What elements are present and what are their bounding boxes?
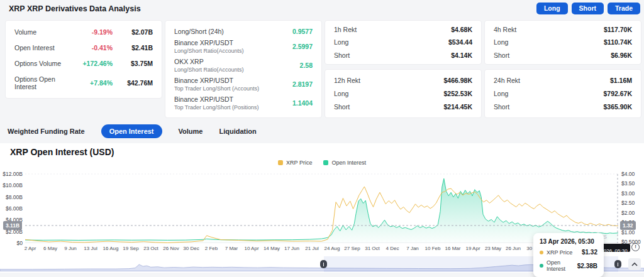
rekt-1h-card: 1h Rekt$4.68K Long$534.44 Short$4.14K (325, 20, 482, 65)
ratio-sublabel: Top Trader Long/Short (Accounts) (174, 85, 292, 92)
tooltip-row-open-interest: Open Interest $2.38B (540, 259, 597, 272)
tooltip-date: 13 Apr 2026, 05:30 (540, 238, 597, 245)
x-axis-tick: 7 Mar (225, 246, 238, 251)
x-axis-tick: 26 Jun (506, 246, 521, 251)
stat-label: Volume (14, 28, 67, 36)
long-short-ratios-card: Long/Short (24h) 0.9577 Binance XRP/USDT… (165, 20, 322, 118)
x-axis-tick: 2 Apr (25, 246, 36, 251)
ratio-row-top-trader-positions: Binance XRP/USDT Top Trader Long/Short (… (174, 95, 313, 111)
tab-liquidation[interactable]: Liquidation (219, 128, 256, 135)
left-axis-tick: $6.00B (0, 205, 23, 212)
rekt-long-label: Long (334, 90, 443, 97)
stat-value: $2.41B (113, 44, 153, 52)
right-axis-tick: $2.00 (621, 210, 635, 216)
stat-label: Open Interest (14, 44, 67, 52)
chevron-up-icon (631, 262, 638, 267)
x-axis-tick: 4 Dec (386, 246, 399, 251)
rekt-long-value: $252.53K (443, 90, 472, 97)
ratio-value: 2.58 (300, 62, 313, 69)
x-axis-tick: 13 Jul (84, 246, 97, 251)
rekt-short-label: Short (494, 103, 603, 111)
rekt-12h-card: 12h Rekt$466.98K Long$252.53K Short$214.… (325, 69, 482, 118)
x-axis-tick: 7 Jan (406, 246, 419, 251)
ratio-sublabel: Top Trader Long/Short (Positions) (174, 104, 292, 111)
rekt-title: 12h Rekt (334, 77, 443, 84)
open-interest-dot-icon (540, 264, 543, 268)
navigator-left-handle[interactable] (320, 260, 327, 268)
right-axis-tick: $4.00 (621, 171, 635, 177)
rekt-24h-card: 24h Rekt$1.16M Long$792.67K Short$365.90… (484, 69, 641, 118)
rekt-long-label: Long (334, 38, 448, 46)
ratio-row-top-trader-accounts: Binance XRP/USDT Top Trader Long/Short (… (174, 77, 313, 92)
ratio-label: Binance XRP/USDT (174, 39, 292, 46)
rekt-long-value: $534.44 (448, 38, 472, 46)
x-axis-tick: 27 Sep (344, 246, 360, 251)
ratio-label: Long/Short (24h) (174, 28, 292, 35)
rekt-short-value: $6.96K (611, 52, 632, 59)
stat-row-volume: Volume -9.19% $2.07B (14, 28, 153, 36)
chart-tooltip: 13 Apr 2026, 05:30 XRP Price $1.32 Open … (533, 233, 604, 277)
tooltip-value: $2.38B (577, 263, 597, 269)
stat-change: -0.41% (67, 44, 113, 52)
x-axis-tick: 23 Oct (143, 246, 158, 251)
x-axis-tick: 19 Apr (465, 246, 480, 251)
ratio-row-24h: Long/Short (24h) 0.9577 (174, 28, 313, 35)
tooltip-value: $1.32 (582, 249, 597, 256)
page-title: XRP XRP Derivatives Data Analysis (9, 4, 141, 13)
ratio-value: 2.8197 (292, 80, 313, 88)
rekt-short-value: $4.14K (451, 52, 472, 59)
x-axis-tick: 17 Jun (284, 246, 299, 251)
ratio-row-binance-accounts: Binance XRP/USDT Long/Short Ratio(Accoun… (174, 39, 313, 54)
tab-weighted-funding-rate[interactable]: Weighted Funding Rate (8, 128, 85, 135)
x-axis-tick: 9 Jun (64, 246, 77, 251)
tab-open-interest[interactable]: Open Interest (101, 124, 162, 138)
right-axis-tick: $3.00 (621, 190, 635, 197)
x-axis-tick: 21 Jul (305, 246, 318, 251)
crosshair-date-badge: 13 Apr 2026, 05:30 (601, 244, 630, 252)
ratio-sublabel: Long/Short Ratio(Accounts) (174, 67, 300, 73)
x-axis-tick: 31 Oct (365, 246, 380, 251)
rekt-total: $1.16M (610, 77, 632, 84)
rekt-total: $4.68K (451, 26, 472, 33)
xrp-derivatives-dashboard: XRP XRP Derivatives Data Analysis Long S… (0, 0, 644, 277)
ratio-value: 2.5997 (292, 43, 313, 50)
crosshair-left-badge: 3.11B (3, 221, 22, 230)
header-actions: Long Short Trade (536, 3, 640, 14)
collapse-navigator-button[interactable] (628, 258, 641, 270)
short-button[interactable]: Short (572, 3, 604, 14)
stat-label: Options Open Interest (14, 75, 67, 90)
main-plot[interactable] (25, 171, 618, 243)
x-axis-tick: 24 Aug (325, 246, 340, 251)
x-axis-tick: 26 Nov (163, 246, 179, 251)
rekt-total: $117.70K (604, 26, 632, 33)
chart-title: XRP Open Interest (USD) (10, 147, 114, 157)
chart-legend: XRP Price Open Interest (0, 160, 644, 166)
rekt-short-label: Short (494, 52, 611, 59)
left-axis-tick: $8.00B (0, 194, 23, 200)
right-axis-tick: $3.50 (621, 180, 635, 187)
rekt-short-label: Short (334, 52, 451, 59)
left-axis-tick: $12.00B (0, 171, 23, 177)
navigator-right-handle[interactable] (614, 260, 621, 268)
open-interest-area (25, 178, 618, 243)
price-dot-icon (540, 251, 543, 254)
info-icon[interactable]: ! (631, 243, 640, 251)
stat-change: +172.46% (67, 60, 113, 67)
rekt-long-value: $110.74K (604, 38, 632, 46)
tab-volume[interactable]: Volume (179, 128, 203, 135)
long-button[interactable]: Long (536, 3, 568, 14)
crosshair-right-badge: 1.32 (620, 221, 636, 230)
tooltip-label: XRP Price (547, 249, 579, 256)
x-axis-tick: 14 May (264, 246, 280, 251)
legend-item-xrp-price[interactable]: XRP Price (278, 160, 312, 166)
x-axis-tick: 10 Apr (244, 246, 258, 251)
x-axis-tick: 16 Aug (103, 246, 119, 251)
right-axis-tick: $1.00 (621, 229, 635, 236)
ratio-label: Binance XRP/USDT (174, 95, 292, 103)
tooltip-row-price: XRP Price $1.32 (540, 249, 597, 256)
right-axis-tick: $2.50 (621, 200, 635, 206)
legend-item-open-interest[interactable]: Open Interest (323, 160, 366, 166)
open-interest-chart-card: XRP Open Interest (USD) XRP Price Open I… (0, 143, 644, 273)
market-stats-card: Volume -9.19% $2.07B Open Interest -0.41… (5, 20, 162, 99)
trade-button[interactable]: Trade (608, 3, 640, 14)
